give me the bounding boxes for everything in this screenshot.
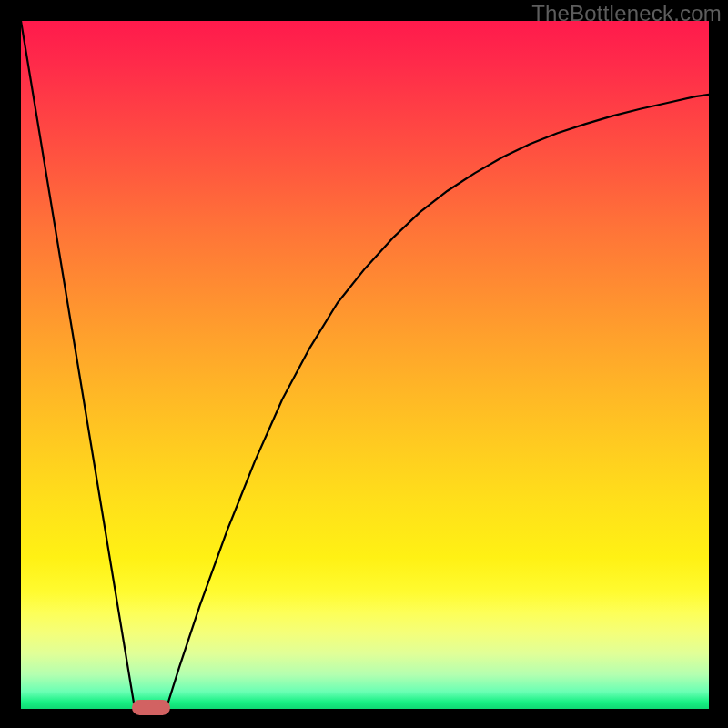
line-right-curve	[167, 95, 709, 707]
line-left-descent	[21, 21, 135, 707]
chart-frame: TheBottleneck.com	[0, 0, 728, 728]
valley-marker	[132, 700, 170, 715]
chart-lines-svg	[21, 21, 709, 709]
plot-area	[21, 21, 709, 709]
